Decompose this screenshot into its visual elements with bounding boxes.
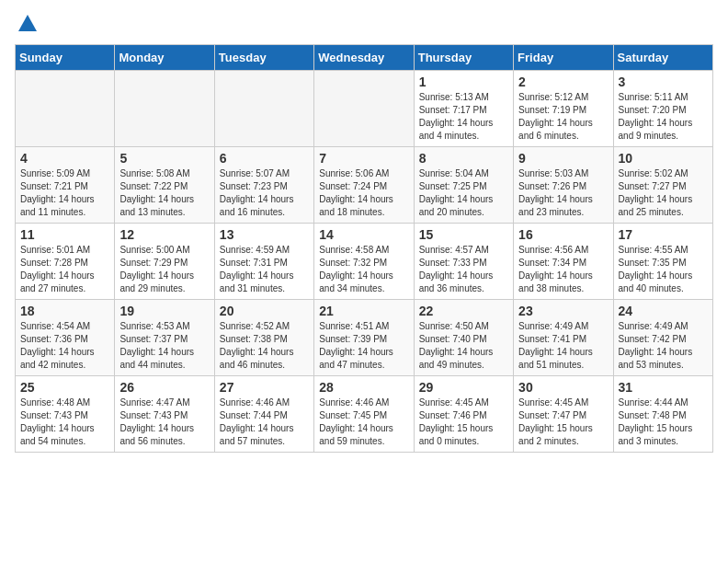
day-info: Sunrise: 5:12 AM Sunset: 7:19 PM Dayligh… <box>518 91 608 143</box>
day-info: Sunrise: 4:46 AM Sunset: 7:44 PM Dayligh… <box>220 396 309 448</box>
day-info: Sunrise: 4:46 AM Sunset: 7:45 PM Dayligh… <box>319 396 408 448</box>
day-number: 7 <box>319 151 408 166</box>
day-info: Sunrise: 4:48 AM Sunset: 7:43 PM Dayligh… <box>20 396 109 448</box>
day-number: 24 <box>619 304 708 318</box>
day-number: 27 <box>220 380 309 395</box>
day-info: Sunrise: 5:06 AM Sunset: 7:24 PM Dayligh… <box>319 167 408 219</box>
day-number: 17 <box>619 227 708 242</box>
day-info: Sunrise: 4:58 AM Sunset: 7:32 PM Dayligh… <box>319 244 408 295</box>
logo <box>15 15 37 33</box>
day-number: 20 <box>220 304 309 318</box>
calendar-day-cell: 25Sunrise: 4:48 AM Sunset: 7:43 PM Dayli… <box>16 376 115 453</box>
calendar-day-cell: 13Sunrise: 4:59 AM Sunset: 7:31 PM Dayli… <box>214 224 313 300</box>
day-info: Sunrise: 5:03 AM Sunset: 7:26 PM Dayligh… <box>518 167 608 219</box>
calendar-day-cell: 16Sunrise: 4:56 AM Sunset: 7:34 PM Dayli… <box>514 224 613 300</box>
calendar-day-cell: 30Sunrise: 4:45 AM Sunset: 7:47 PM Dayli… <box>514 376 613 453</box>
calendar-day-cell: 19Sunrise: 4:53 AM Sunset: 7:37 PM Dayli… <box>115 300 214 376</box>
day-info: Sunrise: 5:00 AM Sunset: 7:29 PM Dayligh… <box>119 244 209 295</box>
weekday-header-cell: Tuesday <box>214 45 313 71</box>
calendar-day-cell: 17Sunrise: 4:55 AM Sunset: 7:35 PM Dayli… <box>613 224 712 300</box>
day-info: Sunrise: 4:59 AM Sunset: 7:31 PM Dayligh… <box>220 244 309 295</box>
calendar-day-cell <box>214 71 313 147</box>
day-number: 10 <box>619 151 708 166</box>
calendar-day-cell: 22Sunrise: 4:50 AM Sunset: 7:40 PM Dayli… <box>414 300 513 376</box>
day-number: 8 <box>419 151 508 166</box>
calendar-day-cell <box>16 71 115 147</box>
day-info: Sunrise: 5:04 AM Sunset: 7:25 PM Dayligh… <box>419 167 508 219</box>
day-number: 23 <box>518 304 608 318</box>
calendar-day-cell: 29Sunrise: 4:45 AM Sunset: 7:46 PM Dayli… <box>414 376 513 453</box>
day-info: Sunrise: 5:08 AM Sunset: 7:22 PM Dayligh… <box>119 167 209 219</box>
day-number: 31 <box>619 380 708 395</box>
calendar-day-cell: 9Sunrise: 5:03 AM Sunset: 7:26 PM Daylig… <box>514 147 613 224</box>
calendar-day-cell: 1Sunrise: 5:13 AM Sunset: 7:17 PM Daylig… <box>414 71 513 147</box>
calendar-day-cell <box>314 71 414 147</box>
day-number: 21 <box>319 304 408 318</box>
day-info: Sunrise: 5:01 AM Sunset: 7:28 PM Dayligh… <box>20 244 109 295</box>
calendar-day-cell: 15Sunrise: 4:57 AM Sunset: 7:33 PM Dayli… <box>414 224 513 300</box>
day-info: Sunrise: 5:02 AM Sunset: 7:27 PM Dayligh… <box>619 167 708 219</box>
calendar-table: SundayMondayTuesdayWednesdayThursdayFrid… <box>15 44 713 453</box>
calendar-day-cell: 28Sunrise: 4:46 AM Sunset: 7:45 PM Dayli… <box>314 376 414 453</box>
day-number: 9 <box>518 151 608 166</box>
day-info: Sunrise: 5:11 AM Sunset: 7:20 PM Dayligh… <box>619 91 708 143</box>
calendar-day-cell: 12Sunrise: 5:00 AM Sunset: 7:29 PM Dayli… <box>115 224 214 300</box>
calendar-day-cell: 21Sunrise: 4:51 AM Sunset: 7:39 PM Dayli… <box>314 300 414 376</box>
calendar-day-cell: 23Sunrise: 4:49 AM Sunset: 7:41 PM Dayli… <box>514 300 613 376</box>
weekday-header-cell: Thursday <box>414 45 513 71</box>
day-info: Sunrise: 4:50 AM Sunset: 7:40 PM Dayligh… <box>419 320 508 372</box>
calendar-day-cell: 11Sunrise: 5:01 AM Sunset: 7:28 PM Dayli… <box>16 224 115 300</box>
calendar-day-cell: 7Sunrise: 5:06 AM Sunset: 7:24 PM Daylig… <box>314 147 414 224</box>
day-number: 30 <box>518 380 608 395</box>
calendar-week-row: 4Sunrise: 5:09 AM Sunset: 7:21 PM Daylig… <box>16 147 713 224</box>
day-number: 4 <box>20 151 109 166</box>
weekday-header-cell: Sunday <box>16 45 115 71</box>
day-number: 18 <box>20 304 109 318</box>
calendar-day-cell: 5Sunrise: 5:08 AM Sunset: 7:22 PM Daylig… <box>115 147 214 224</box>
day-info: Sunrise: 4:51 AM Sunset: 7:39 PM Dayligh… <box>319 320 408 372</box>
day-number: 2 <box>518 75 608 89</box>
logo-triangle-icon <box>18 15 37 31</box>
day-info: Sunrise: 4:54 AM Sunset: 7:36 PM Dayligh… <box>20 320 109 372</box>
weekday-header-cell: Friday <box>514 45 613 71</box>
calendar-day-cell: 20Sunrise: 4:52 AM Sunset: 7:38 PM Dayli… <box>214 300 313 376</box>
calendar-day-cell: 4Sunrise: 5:09 AM Sunset: 7:21 PM Daylig… <box>16 147 115 224</box>
calendar-week-row: 11Sunrise: 5:01 AM Sunset: 7:28 PM Dayli… <box>16 224 713 300</box>
day-info: Sunrise: 4:47 AM Sunset: 7:43 PM Dayligh… <box>119 396 209 448</box>
calendar-day-cell: 10Sunrise: 5:02 AM Sunset: 7:27 PM Dayli… <box>613 147 712 224</box>
day-info: Sunrise: 4:53 AM Sunset: 7:37 PM Dayligh… <box>119 320 209 372</box>
calendar-day-cell: 2Sunrise: 5:12 AM Sunset: 7:19 PM Daylig… <box>514 71 613 147</box>
day-number: 19 <box>119 304 209 318</box>
day-info: Sunrise: 4:49 AM Sunset: 7:41 PM Dayligh… <box>518 320 608 372</box>
day-number: 3 <box>619 75 708 89</box>
day-info: Sunrise: 4:55 AM Sunset: 7:35 PM Dayligh… <box>619 244 708 295</box>
calendar-day-cell: 18Sunrise: 4:54 AM Sunset: 7:36 PM Dayli… <box>16 300 115 376</box>
calendar-week-row: 18Sunrise: 4:54 AM Sunset: 7:36 PM Dayli… <box>16 300 713 376</box>
day-info: Sunrise: 4:52 AM Sunset: 7:38 PM Dayligh… <box>220 320 309 372</box>
day-info: Sunrise: 5:09 AM Sunset: 7:21 PM Dayligh… <box>20 167 109 219</box>
calendar-day-cell: 6Sunrise: 5:07 AM Sunset: 7:23 PM Daylig… <box>214 147 313 224</box>
day-number: 6 <box>220 151 309 166</box>
day-info: Sunrise: 5:07 AM Sunset: 7:23 PM Dayligh… <box>220 167 309 219</box>
calendar-body: 1Sunrise: 5:13 AM Sunset: 7:17 PM Daylig… <box>16 71 713 453</box>
day-number: 16 <box>518 227 608 242</box>
page-header <box>15 15 713 33</box>
calendar-day-cell: 26Sunrise: 4:47 AM Sunset: 7:43 PM Dayli… <box>115 376 214 453</box>
day-number: 26 <box>119 380 209 395</box>
day-number: 13 <box>220 227 309 242</box>
calendar-day-cell: 8Sunrise: 5:04 AM Sunset: 7:25 PM Daylig… <box>414 147 513 224</box>
calendar-day-cell: 3Sunrise: 5:11 AM Sunset: 7:20 PM Daylig… <box>613 71 712 147</box>
day-number: 5 <box>119 151 209 166</box>
day-number: 22 <box>419 304 508 318</box>
day-number: 1 <box>419 75 508 89</box>
day-number: 15 <box>419 227 508 242</box>
day-info: Sunrise: 4:49 AM Sunset: 7:42 PM Dayligh… <box>619 320 708 372</box>
day-number: 28 <box>319 380 408 395</box>
calendar-day-cell: 27Sunrise: 4:46 AM Sunset: 7:44 PM Dayli… <box>214 376 313 453</box>
day-number: 14 <box>319 227 408 242</box>
day-info: Sunrise: 4:56 AM Sunset: 7:34 PM Dayligh… <box>518 244 608 295</box>
day-number: 25 <box>20 380 109 395</box>
day-info: Sunrise: 4:45 AM Sunset: 7:46 PM Dayligh… <box>419 396 508 448</box>
calendar-week-row: 1Sunrise: 5:13 AM Sunset: 7:17 PM Daylig… <box>16 71 713 147</box>
calendar-day-cell <box>115 71 214 147</box>
